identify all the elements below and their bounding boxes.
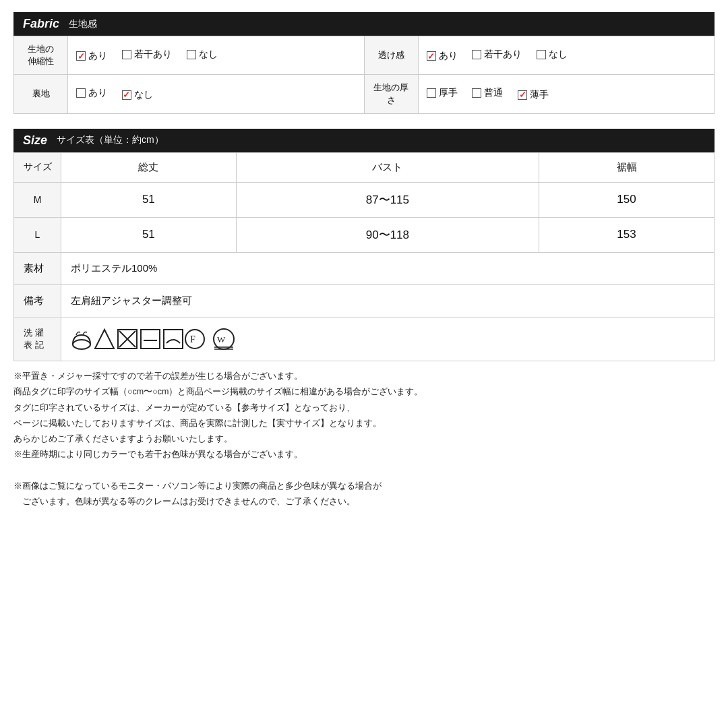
fabric-title-jp: 生地感	[69, 18, 97, 30]
stretch-yakkanari: 若干あり	[122, 49, 172, 61]
fabric-stretch-options: あり 若干あり なし	[68, 36, 365, 75]
size-col-header: サイズ	[14, 152, 61, 182]
trans-ari-checkbox	[427, 51, 436, 61]
fabric-thickness-options: 厚手 普通 薄手	[418, 75, 715, 113]
stretch-nashi-checkbox	[187, 50, 196, 59]
wash-icons-cell: F W	[61, 317, 715, 361]
thick-usu-checkbox	[518, 90, 527, 100]
material-value: ポリエステル100%	[61, 252, 715, 284]
note-label: 備考	[14, 284, 61, 317]
footnote-5: あらかじめご了承くださいますようお願いいたします。	[13, 432, 715, 446]
footnote-6: ※生産時期により同じカラーでも若干お色味が異なる場合がございます。	[13, 448, 715, 462]
lining-ari: あり	[76, 87, 107, 99]
footnote-2: 商品タグに印字のサイズ幅（○cm〜○cm）と商品ページ掲載のサイズ幅に相違がある…	[13, 385, 715, 399]
thick-futsu: 普通	[472, 87, 503, 99]
size-l-hem: 153	[539, 217, 715, 252]
fabric-lining-options: あり なし	[68, 75, 365, 113]
thick-atsu: 厚手	[427, 87, 458, 99]
size-table: サイズ 総丈 バスト 裾幅 M 51 87〜115 150 L 51 90〜11…	[13, 152, 715, 361]
svg-text:W: W	[217, 334, 227, 344]
trans-nashi-checkbox	[537, 50, 546, 59]
size-l-bust: 90〜118	[236, 217, 539, 252]
size-title-en: Size	[23, 133, 47, 148]
note-row: 備考 左肩紐アジャスター調整可	[14, 284, 715, 317]
size-row-m: M 51 87〜115 150	[14, 182, 715, 217]
size-m-hem: 150	[539, 182, 715, 217]
lining-nashi: なし	[122, 89, 153, 101]
hem-col-header: 裾幅	[539, 152, 715, 182]
stretch-ari: あり	[76, 50, 107, 62]
size-l-label: L	[14, 217, 61, 252]
fabric-label-stretch: 生地の伸縮性	[14, 36, 68, 75]
total-col-header: 総丈	[61, 152, 237, 182]
note-value: 左肩紐アジャスター調整可	[61, 284, 715, 317]
svg-text:F: F	[190, 334, 198, 344]
lining-ari-checkbox	[76, 88, 86, 98]
thick-atsu-checkbox	[427, 88, 436, 98]
wash-w-circle: W	[212, 327, 236, 351]
svg-point-0	[73, 340, 90, 349]
material-label: 素材	[14, 252, 61, 284]
trans-yakkanari: 若干あり	[472, 49, 522, 61]
stretch-yakkanari-checkbox	[122, 50, 131, 59]
footnote-7: ※画像はご覧になっているモニター・パソコン等により実際の商品と多少色味が異なる場…	[13, 479, 715, 493]
size-row-l: L 51 90〜118 153	[14, 217, 715, 252]
fabric-row-1: 生地の伸縮性 あり 若干あり なし 透け感 あり	[14, 36, 715, 75]
fabric-title-en: Fabric	[23, 17, 59, 31]
fabric-row-2: 裏地 あり なし 生地の厚さ 厚手 普通	[14, 75, 715, 113]
size-m-bust: 87〜115	[236, 182, 539, 217]
fabric-label-thickness: 生地の厚さ	[364, 75, 418, 113]
thick-futsu-checkbox	[472, 88, 481, 98]
size-section-header: Size サイズ表（単位：約cm）	[13, 129, 715, 152]
fabric-label-transparency: 透け感	[364, 36, 418, 75]
fabric-section-header: Fabric 生地感	[13, 12, 715, 36]
footnote-spacer	[13, 464, 715, 478]
stretch-nashi: なし	[187, 49, 218, 61]
wash-icons: F W	[71, 330, 236, 346]
thick-usu: 薄手	[518, 89, 549, 101]
svg-marker-1	[95, 330, 114, 348]
size-header-row: サイズ 総丈 バスト 裾幅	[14, 152, 715, 182]
fabric-transparency-options: あり 若干あり なし	[418, 36, 715, 75]
trans-yakkanari-checkbox	[472, 50, 481, 59]
size-l-total: 51	[61, 217, 237, 252]
footnotes: ※平置き・メジャー採寸ですので若干の誤差が生じる場合がございます。 商品タグに印…	[13, 369, 715, 509]
footnote-8: ございます。色味が異なる等のクレームはお受けできませんので、ご了承ください。	[13, 495, 715, 509]
wash-row: 洗濯表記	[14, 317, 715, 361]
trans-nashi: なし	[537, 49, 568, 61]
stretch-ari-checkbox	[76, 51, 86, 61]
footnote-1: ※平置き・メジャー採寸ですので若干の誤差が生じる場合がございます。	[13, 369, 715, 384]
trans-ari: あり	[427, 50, 458, 62]
size-title-jp: サイズ表（単位：約cm）	[57, 134, 164, 146]
footnote-4: ページに掲載いたしておりますサイズは、商品を実際に計測した【実寸サイズ】となりま…	[13, 417, 715, 431]
wash-label: 洗濯表記	[14, 317, 61, 361]
bust-col-header: バスト	[236, 152, 539, 182]
material-row: 素材 ポリエステル100%	[14, 252, 715, 284]
footnote-3: タグに印字されているサイズは、メーカーが定めている【参考サイズ】となっており、	[13, 401, 715, 415]
wash-symbols-svg: F	[71, 327, 206, 351]
svg-rect-5	[141, 330, 160, 348]
size-m-label: M	[14, 182, 61, 217]
fabric-table: 生地の伸縮性 あり 若干あり なし 透け感 あり	[13, 36, 715, 114]
size-m-total: 51	[61, 182, 237, 217]
lining-nashi-checkbox	[122, 90, 131, 100]
fabric-label-lining: 裏地	[14, 75, 68, 113]
